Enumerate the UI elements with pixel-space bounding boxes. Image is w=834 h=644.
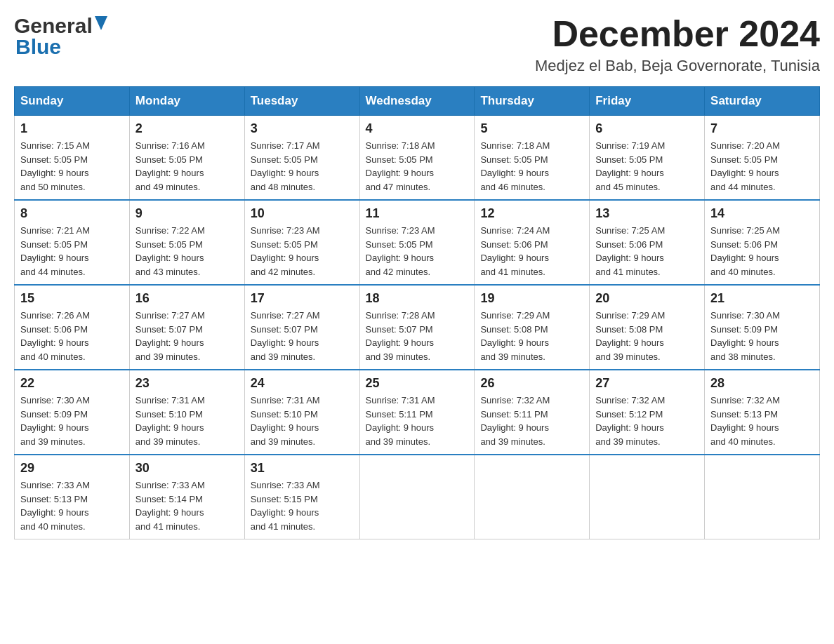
day-info: Sunrise: 7:32 AMSunset: 5:11 PMDaylight:… (480, 394, 583, 448)
calendar-cell: 3Sunrise: 7:17 AMSunset: 5:05 PMDaylight… (244, 116, 359, 201)
calendar-cell: 6Sunrise: 7:19 AMSunset: 5:05 PMDaylight… (590, 116, 705, 201)
calendar-cell: 21Sunrise: 7:30 AMSunset: 5:09 PMDayligh… (705, 285, 820, 370)
day-number: 23 (135, 376, 239, 391)
day-number: 19 (480, 291, 583, 306)
calendar-cell: 18Sunrise: 7:28 AMSunset: 5:07 PMDayligh… (359, 285, 475, 370)
calendar-cell: 5Sunrise: 7:18 AMSunset: 5:05 PMDaylight… (475, 116, 590, 201)
day-info: Sunrise: 7:33 AMSunset: 5:13 PMDaylight:… (20, 478, 124, 533)
calendar-cell: 25Sunrise: 7:31 AMSunset: 5:11 PMDayligh… (359, 370, 475, 455)
day-info: Sunrise: 7:18 AMSunset: 5:05 PMDaylight:… (366, 139, 469, 194)
calendar-cell: 27Sunrise: 7:32 AMSunset: 5:12 PMDayligh… (590, 370, 705, 455)
calendar-week-row: 29Sunrise: 7:33 AMSunset: 5:13 PMDayligh… (15, 455, 820, 539)
calendar-cell: 13Sunrise: 7:25 AMSunset: 5:06 PMDayligh… (590, 200, 705, 285)
day-info: Sunrise: 7:30 AMSunset: 5:09 PMDaylight:… (710, 309, 814, 363)
calendar-cell: 9Sunrise: 7:22 AMSunset: 5:05 PMDaylight… (129, 200, 244, 285)
day-info: Sunrise: 7:27 AMSunset: 5:07 PMDaylight:… (251, 309, 354, 363)
day-number: 1 (20, 121, 124, 136)
day-number: 14 (710, 206, 814, 221)
calendar-cell: 4Sunrise: 7:18 AMSunset: 5:05 PMDaylight… (359, 116, 475, 201)
column-header-sunday: Sunday (15, 87, 130, 116)
column-header-thursday: Thursday (475, 87, 590, 116)
day-info: Sunrise: 7:25 AMSunset: 5:06 PMDaylight:… (710, 224, 814, 279)
logo: General Blue (14, 14, 107, 59)
calendar-cell: 12Sunrise: 7:24 AMSunset: 5:06 PMDayligh… (475, 200, 590, 285)
day-number: 17 (251, 291, 354, 306)
logo-general-text: General (14, 14, 93, 38)
column-header-saturday: Saturday (705, 87, 820, 116)
calendar-cell: 31Sunrise: 7:33 AMSunset: 5:15 PMDayligh… (244, 455, 359, 539)
calendar-week-row: 8Sunrise: 7:21 AMSunset: 5:05 PMDaylight… (15, 200, 820, 285)
day-info: Sunrise: 7:16 AMSunset: 5:05 PMDaylight:… (135, 139, 239, 194)
month-title: December 2024 (535, 14, 820, 54)
calendar-cell: 1Sunrise: 7:15 AMSunset: 5:05 PMDaylight… (15, 116, 130, 201)
day-number: 18 (366, 291, 469, 306)
calendar-cell: 23Sunrise: 7:31 AMSunset: 5:10 PMDayligh… (129, 370, 244, 455)
day-info: Sunrise: 7:29 AMSunset: 5:08 PMDaylight:… (595, 309, 699, 363)
calendar-cell: 10Sunrise: 7:23 AMSunset: 5:05 PMDayligh… (244, 200, 359, 285)
day-number: 29 (20, 461, 124, 476)
calendar-cell (705, 455, 820, 539)
day-info: Sunrise: 7:30 AMSunset: 5:09 PMDaylight:… (20, 394, 124, 448)
calendar-cell: 22Sunrise: 7:30 AMSunset: 5:09 PMDayligh… (15, 370, 130, 455)
day-number: 8 (20, 206, 124, 221)
calendar-cell: 16Sunrise: 7:27 AMSunset: 5:07 PMDayligh… (129, 285, 244, 370)
day-number: 2 (135, 121, 239, 136)
calendar-cell: 24Sunrise: 7:31 AMSunset: 5:10 PMDayligh… (244, 370, 359, 455)
title-area: December 2024 Medjez el Bab, Beja Govern… (535, 14, 820, 75)
calendar-cell: 2Sunrise: 7:16 AMSunset: 5:05 PMDaylight… (129, 116, 244, 201)
day-number: 9 (135, 206, 239, 221)
day-number: 31 (251, 461, 354, 476)
day-number: 11 (366, 206, 469, 221)
day-number: 10 (251, 206, 354, 221)
day-number: 26 (480, 376, 583, 391)
day-number: 28 (710, 376, 814, 391)
calendar-cell: 8Sunrise: 7:21 AMSunset: 5:05 PMDaylight… (15, 200, 130, 285)
day-info: Sunrise: 7:31 AMSunset: 5:10 PMDaylight:… (135, 394, 239, 448)
column-header-tuesday: Tuesday (244, 87, 359, 116)
day-info: Sunrise: 7:29 AMSunset: 5:08 PMDaylight:… (480, 309, 583, 363)
logo-blue-text: Blue (14, 35, 61, 59)
column-header-monday: Monday (129, 87, 244, 116)
calendar-table: SundayMondayTuesdayWednesdayThursdayFrid… (14, 86, 820, 539)
day-number: 22 (20, 376, 124, 391)
calendar-cell: 29Sunrise: 7:33 AMSunset: 5:13 PMDayligh… (15, 455, 130, 539)
day-number: 24 (251, 376, 354, 391)
day-number: 16 (135, 291, 239, 306)
day-number: 13 (595, 206, 699, 221)
day-info: Sunrise: 7:23 AMSunset: 5:05 PMDaylight:… (366, 224, 469, 279)
day-number: 15 (20, 291, 124, 306)
day-info: Sunrise: 7:25 AMSunset: 5:06 PMDaylight:… (595, 224, 699, 279)
calendar-cell: 17Sunrise: 7:27 AMSunset: 5:07 PMDayligh… (244, 285, 359, 370)
day-number: 21 (710, 291, 814, 306)
column-header-friday: Friday (590, 87, 705, 116)
day-info: Sunrise: 7:33 AMSunset: 5:15 PMDaylight:… (251, 478, 354, 533)
day-info: Sunrise: 7:19 AMSunset: 5:05 PMDaylight:… (595, 139, 699, 194)
column-header-wednesday: Wednesday (359, 87, 475, 116)
calendar-cell: 15Sunrise: 7:26 AMSunset: 5:06 PMDayligh… (15, 285, 130, 370)
calendar-cell (359, 455, 475, 539)
calendar-cell (475, 455, 590, 539)
day-info: Sunrise: 7:15 AMSunset: 5:05 PMDaylight:… (20, 139, 124, 194)
calendar-cell: 28Sunrise: 7:32 AMSunset: 5:13 PMDayligh… (705, 370, 820, 455)
day-info: Sunrise: 7:24 AMSunset: 5:06 PMDaylight:… (480, 224, 583, 279)
day-info: Sunrise: 7:28 AMSunset: 5:07 PMDaylight:… (366, 309, 469, 363)
day-info: Sunrise: 7:33 AMSunset: 5:14 PMDaylight:… (135, 478, 239, 533)
logo-arrow-icon (95, 16, 107, 33)
location-title: Medjez el Bab, Beja Governorate, Tunisia (535, 57, 820, 75)
day-info: Sunrise: 7:32 AMSunset: 5:12 PMDaylight:… (595, 394, 699, 448)
day-number: 27 (595, 376, 699, 391)
calendar-header-row: SundayMondayTuesdayWednesdayThursdayFrid… (15, 87, 820, 116)
day-info: Sunrise: 7:18 AMSunset: 5:05 PMDaylight:… (480, 139, 583, 194)
day-number: 3 (251, 121, 354, 136)
calendar-cell: 26Sunrise: 7:32 AMSunset: 5:11 PMDayligh… (475, 370, 590, 455)
calendar-cell: 7Sunrise: 7:20 AMSunset: 5:05 PMDaylight… (705, 116, 820, 201)
day-info: Sunrise: 7:31 AMSunset: 5:11 PMDaylight:… (366, 394, 469, 448)
day-number: 6 (595, 121, 699, 136)
calendar-week-row: 15Sunrise: 7:26 AMSunset: 5:06 PMDayligh… (15, 285, 820, 370)
calendar-cell (590, 455, 705, 539)
calendar-cell: 30Sunrise: 7:33 AMSunset: 5:14 PMDayligh… (129, 455, 244, 539)
day-info: Sunrise: 7:31 AMSunset: 5:10 PMDaylight:… (251, 394, 354, 448)
calendar-week-row: 22Sunrise: 7:30 AMSunset: 5:09 PMDayligh… (15, 370, 820, 455)
day-info: Sunrise: 7:20 AMSunset: 5:05 PMDaylight:… (710, 139, 814, 194)
calendar-cell: 14Sunrise: 7:25 AMSunset: 5:06 PMDayligh… (705, 200, 820, 285)
